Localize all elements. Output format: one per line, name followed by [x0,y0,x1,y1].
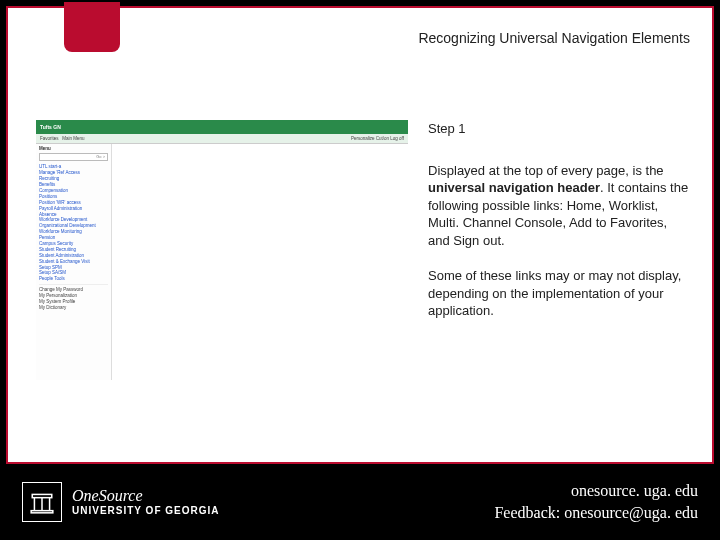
ss-menu-item: Workforce Monitoring [39,229,108,234]
uga-wordmark: UNIVERSITY OF GEORGIA [72,505,220,517]
ss-menu-item: My Dictionary [39,305,108,310]
page-title: Recognizing Universal Navigation Element… [418,30,690,46]
ss-menu-item: Change My Password [39,287,108,292]
ss-menu-item: Recruiting [39,176,108,181]
ss-menu-item: Benefits [39,182,108,187]
ss-menu-item: My System Profile [39,299,108,304]
footer-feedback: Feedback: onesource@uga. edu [494,502,698,524]
ss-menu-item: My Personalization [39,293,108,298]
ss-menu-item: Pension [39,235,108,240]
instruction-panel: Step 1 Displayed at the top of every pag… [428,120,690,338]
ss-menu-item: Compensation [39,188,108,193]
ss-menu-item: People Tools [39,276,108,281]
ss-menu-item: Manage 'Ref Access [39,170,108,175]
ss-top-links: Favorites Main Menu [40,136,85,141]
uga-arch-icon [22,482,62,522]
instruction-paragraph-2: Some of these links may or may not displ… [428,267,690,320]
instruction-paragraph-1: Displayed at the top of every page, is t… [428,162,690,250]
ss-menu-item: Setup SA/SM [39,270,108,275]
ss-secondary-bar: Favorites Main Menu Personalize Cut/on L… [36,134,408,144]
svg-rect-1 [32,494,52,497]
ss-menu-item: Campus Security [39,241,108,246]
ss-universal-nav-header: Tufts GN [36,120,408,134]
step-label: Step 1 [428,120,690,138]
ss-menu-item: Workforce Development [39,217,108,222]
ss-menu-item: Student & Exchange Visit [39,259,108,264]
ss-menu-item: Position 'WR' access [39,200,108,205]
ss-right-links: Personalize Cut/on Log off [351,136,404,141]
ss-sidebar-search: Go > [39,153,108,161]
ss-sidebar-header: Menu [39,146,108,151]
embedded-app-screenshot: Tufts GN Favorites Main Menu Personalize… [36,120,408,380]
ss-brand: Tufts GN [40,124,61,130]
ss-menu-item: Absence [39,212,108,217]
slide-frame: Recognizing Universal Navigation Element… [6,6,714,464]
ss-menu-item: UTL start-a [39,164,108,169]
ss-content-area [112,144,408,380]
ss-menu-item: Positions [39,194,108,199]
footer-bar: OneSource UNIVERSITY OF GEORGIA onesourc… [0,464,720,540]
brand-red-tab [64,2,120,52]
footer-url: onesource. uga. edu [494,480,698,502]
footer-contact: onesource. uga. edu Feedback: onesource@… [494,480,698,523]
ss-menu-item: Payroll Administration [39,206,108,211]
onesource-wordmark: OneSource [72,487,220,505]
svg-rect-0 [31,511,53,513]
ss-menu-item: Organizational Development [39,223,108,228]
logo-block: OneSource UNIVERSITY OF GEORGIA [22,482,220,522]
ss-sidebar: Menu Go > UTL start-a Manage 'Ref Access… [36,144,112,380]
ss-menu-item: Student Administration [39,253,108,258]
ss-menu-item: Setup SPM [39,265,108,270]
ss-menu-item: Student Recruiting [39,247,108,252]
